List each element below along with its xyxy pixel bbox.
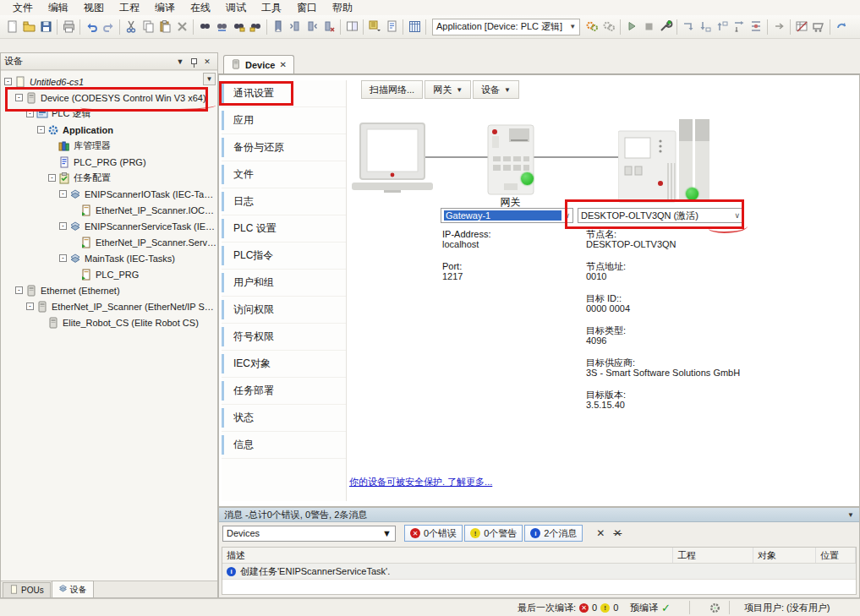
display-mode-icon[interactable] — [793, 19, 810, 35]
bookmark-icon[interactable] — [270, 19, 287, 35]
collapse-icon[interactable]: - — [48, 174, 56, 182]
tree-item[interactable]: -EtherNet_IP_Scanner (EtherNet/IP Scanne… — [1, 298, 217, 314]
batch-icon[interactable] — [406, 19, 423, 35]
tree-item[interactable]: -ENIPScannerServiceTask (IEC-Tasks) — [1, 218, 217, 234]
gateway-menu-button[interactable]: 网关 ▼ — [425, 80, 471, 99]
copy-icon[interactable] — [140, 19, 156, 35]
editor-menu-item[interactable]: 备份与还原 — [222, 134, 346, 161]
collapse-icon[interactable]: - — [15, 286, 23, 294]
generate-code-icon[interactable] — [383, 19, 400, 35]
refresh-icon[interactable] — [833, 19, 850, 35]
collapse-icon[interactable]: - — [26, 110, 34, 117]
cut-icon[interactable] — [123, 19, 140, 35]
tree-item[interactable]: -Device (CODESYS Control Win V3 x64) — [1, 90, 217, 106]
collapse-icon[interactable]: - — [59, 254, 67, 262]
tree-item[interactable]: EtherNet_IP_Scanner.IOCycle — [1, 202, 217, 218]
tools-icon[interactable] — [657, 19, 674, 35]
delete-icon[interactable] — [173, 19, 190, 35]
editor-menu-item[interactable]: 符号权限 — [222, 324, 346, 351]
collapse-icon[interactable]: - — [4, 78, 12, 85]
editor-menu-item[interactable]: 应用 — [222, 107, 346, 134]
find-icon[interactable] — [196, 19, 213, 35]
tree-item[interactable]: PLC_PRG (PRG) — [1, 154, 217, 170]
collapse-icon[interactable]: - — [37, 126, 45, 134]
menu-item[interactable]: 工程 — [112, 0, 147, 16]
save-icon[interactable] — [37, 19, 54, 35]
menu-item[interactable]: 工具 — [254, 0, 289, 16]
logout-icon[interactable] — [600, 19, 617, 35]
step-over-icon[interactable] — [680, 19, 697, 35]
message-column-header[interactable]: 工程 — [673, 548, 753, 563]
prev-bookmark-icon[interactable] — [287, 19, 304, 35]
tree-item[interactable]: -Untitled6-cs1 — [1, 74, 217, 90]
tree-item[interactable]: -PLC 逻辑 — [1, 106, 217, 122]
menu-item[interactable]: 文件 — [5, 0, 41, 16]
security-info-link[interactable]: 你的设备可被安全保护. 了解更多... — [349, 476, 492, 488]
panel-menu-icon[interactable]: ▼ — [173, 56, 187, 68]
collapse-icon[interactable]: - — [26, 303, 34, 310]
device-menu-button[interactable]: 设备 ▼ — [473, 80, 519, 99]
clear-bookmarks-icon[interactable] — [320, 19, 337, 35]
flow-control-icon[interactable] — [748, 19, 764, 35]
print-icon[interactable] — [60, 19, 77, 35]
breakpoint-icon[interactable] — [770, 19, 787, 35]
scan-network-button[interactable]: 扫描网络... — [361, 80, 423, 99]
editor-menu-item[interactable]: 信息 — [222, 432, 346, 459]
editor-menu-item[interactable]: PLC 设置 — [222, 215, 346, 243]
tree-item[interactable]: -Ethernet (Ethernet) — [1, 282, 217, 298]
pin-icon[interactable] — [187, 56, 200, 68]
menu-item[interactable]: 视图 — [76, 0, 112, 16]
menu-item[interactable]: 窗口 — [289, 0, 325, 16]
active-application-combo[interactable]: Application [Device: PLC 逻辑] ▼ — [432, 19, 580, 35]
warnings-filter-button[interactable]: ! 0个警告 — [464, 525, 523, 542]
messages-filter-button[interactable]: i 2个消息 — [524, 525, 583, 542]
message-row[interactable]: i创建任务'ENIPScannerServiceTask'. — [222, 564, 856, 580]
step-out-icon[interactable] — [714, 19, 731, 35]
run-to-cursor-icon[interactable] — [731, 19, 748, 35]
tree-item[interactable]: Elite_Robot_CS (Elite Robot CS) — [1, 314, 217, 330]
collapse-icon[interactable]: - — [15, 94, 23, 101]
errors-filter-button[interactable]: ✕ 0个错误 — [404, 525, 463, 542]
find-prev-icon[interactable] — [247, 19, 264, 35]
watch-icon[interactable] — [810, 19, 827, 35]
message-column-header[interactable]: 对象 — [753, 548, 816, 563]
menu-item[interactable]: 编译 — [147, 0, 183, 16]
menu-item[interactable]: 编辑 — [41, 0, 76, 16]
collapse-icon[interactable]: - — [59, 190, 67, 198]
clear-message-icon[interactable]: ✕ — [593, 526, 608, 541]
stop-icon[interactable] — [640, 19, 657, 35]
menu-item[interactable]: 调试 — [218, 0, 254, 16]
tree-item[interactable]: EtherNet_IP_Scanner.ServiceCycle — [1, 234, 217, 250]
open-folder-icon[interactable] — [20, 19, 37, 35]
message-column-header[interactable]: 描述 — [222, 548, 673, 563]
login-icon[interactable] — [583, 19, 600, 35]
editor-menu-item[interactable]: 状态 — [222, 405, 346, 432]
editor-menu-item[interactable]: 通讯设置 — [222, 80, 346, 107]
replace-icon[interactable] — [213, 19, 230, 35]
editor-menu-item[interactable]: 日志 — [222, 188, 346, 215]
paste-icon[interactable] — [156, 19, 173, 35]
clear-all-messages-icon[interactable]: ✕ — [610, 526, 625, 541]
message-column-header[interactable]: 位置 — [816, 548, 856, 563]
messages-header[interactable]: 消息 -总计0个错误, 0警告, 2条消息 ▼ — [219, 508, 859, 522]
tree-dropdown-icon[interactable]: ▼ — [203, 73, 216, 85]
tab-device[interactable]: Device ✕ — [223, 55, 294, 74]
message-category-combo[interactable]: Devices ▼ — [222, 526, 396, 542]
undo-icon[interactable] — [83, 19, 100, 35]
panel-tab-devices[interactable]: 设备 — [52, 581, 94, 597]
editor-menu-item[interactable]: IEC对象 — [222, 351, 346, 378]
tree-item[interactable]: -任务配置 — [1, 170, 217, 186]
compare-icon[interactable] — [343, 19, 360, 35]
editor-menu-item[interactable]: 访问权限 — [222, 297, 346, 324]
close-tab-icon[interactable]: ✕ — [279, 60, 286, 69]
editor-menu-item[interactable]: PLC指令 — [222, 243, 346, 270]
find-next-icon[interactable] — [230, 19, 247, 35]
start-icon[interactable] — [623, 19, 640, 35]
device-select[interactable]: DESKTOP-OLTV3QN (激活) ∨ — [578, 208, 743, 223]
build-dropdown-icon[interactable] — [366, 19, 383, 35]
tree-item[interactable]: -ENIPScannerIOTask (IEC-Tasks) — [1, 186, 217, 202]
editor-menu-item[interactable]: 用户和组 — [222, 270, 346, 297]
tree-item[interactable]: PLC_PRG — [1, 266, 217, 282]
tree-item[interactable]: -Application — [1, 122, 217, 138]
close-panel-icon[interactable]: ✕ — [200, 56, 214, 68]
